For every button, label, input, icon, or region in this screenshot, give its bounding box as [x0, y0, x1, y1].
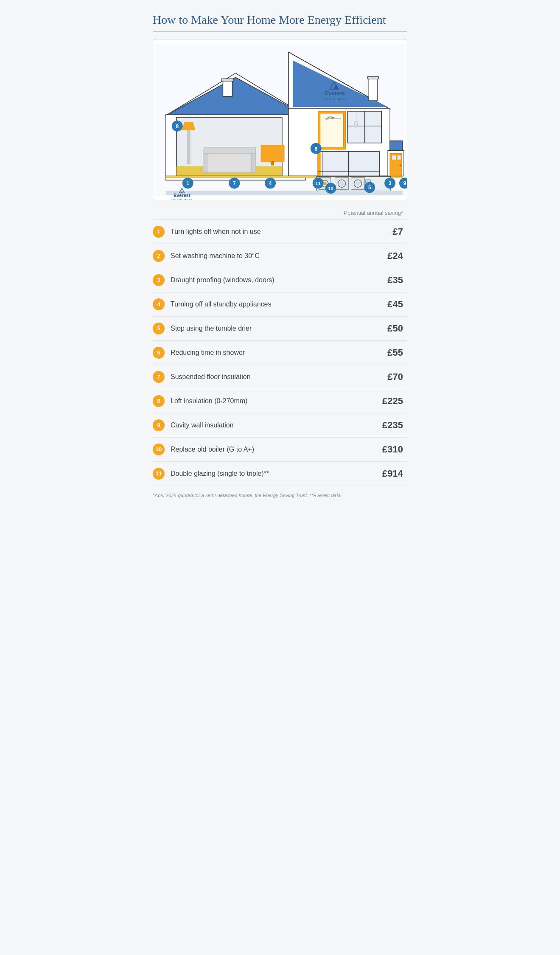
savings-item: 9Cavity wall insulation£235 [153, 413, 407, 438]
svg-text:5: 5 [368, 185, 371, 191]
item-badge: 10 [153, 444, 165, 455]
svg-text:3: 3 [389, 180, 392, 186]
item-text: Stop using the tumble drier [171, 325, 373, 332]
savings-item: 10Replace old boiler (G to A+)£310 [153, 438, 407, 462]
savings-item: 8Loft insulation (0-270mm)£225 [153, 389, 407, 413]
item-text: Suspended floor insulation [171, 373, 373, 381]
svg-rect-16 [221, 79, 233, 81]
svg-text:10: 10 [328, 186, 333, 191]
savings-item: 7Suspended floor insulation£70 [153, 365, 407, 389]
svg-rect-22 [369, 77, 377, 101]
savings-list: 1Turn lights off when not in use£72Set w… [153, 219, 407, 486]
item-badge: 11 [153, 468, 165, 480]
page: How to Make Your Home More Energy Effici… [140, 0, 420, 511]
item-saving: £55 [373, 347, 403, 358]
svg-text:FIT THE BEST: FIT THE BEST [171, 199, 193, 200]
item-text: Replace old boiler (G to A+) [171, 446, 373, 453]
title-divider [153, 31, 407, 32]
house-illustration: Everest FIT THE BEST [153, 39, 407, 200]
item-badge: 1 [153, 226, 165, 238]
savings-item: 11Double glazing (single to triple)**£91… [153, 462, 407, 486]
item-saving: £914 [373, 468, 403, 479]
savings-item: 1Turn lights off when not in use£7 [153, 220, 407, 244]
item-saving: £310 [373, 444, 403, 455]
svg-rect-11 [204, 147, 256, 153]
item-text: Turn lights off when not in use [171, 228, 373, 236]
svg-rect-44 [390, 140, 403, 151]
item-text: Draught proofing (windows, doors) [171, 276, 373, 284]
svg-text:9: 9 [403, 180, 406, 186]
item-badge: 4 [153, 298, 165, 310]
svg-text:4: 4 [269, 180, 272, 186]
item-saving: £50 [373, 323, 403, 334]
svg-text:7: 7 [233, 180, 236, 186]
page-title: How to Make Your Home More Energy Effici… [153, 13, 407, 27]
item-badge: 5 [153, 323, 165, 334]
item-saving: £225 [373, 396, 403, 407]
item-text: Double glazing (single to triple)** [171, 470, 373, 478]
item-text: Loft insulation (0-270mm) [171, 397, 373, 405]
item-text: Reducing time in shower [171, 349, 373, 357]
svg-rect-15 [223, 79, 232, 96]
svg-text:FIT THE BEST: FIT THE BEST [322, 98, 347, 101]
item-badge: 6 [153, 347, 165, 359]
savings-header: Potential annual saving* [153, 210, 407, 216]
item-saving: £45 [373, 299, 403, 310]
item-text: Turning off all standby appliances [171, 301, 373, 308]
savings-item: 2Set washing machine to 30°C£24 [153, 244, 407, 268]
svg-point-47 [400, 164, 402, 166]
svg-text:11: 11 [316, 181, 321, 186]
svg-rect-23 [367, 76, 378, 79]
svg-text:8: 8 [176, 124, 179, 129]
item-text: Cavity wall insulation [171, 421, 373, 429]
svg-text:Everest: Everest [325, 90, 345, 96]
item-saving: £235 [373, 420, 403, 431]
item-badge: 2 [153, 250, 165, 262]
item-saving: £70 [373, 371, 403, 382]
item-badge: 3 [153, 274, 165, 286]
svg-rect-8 [204, 151, 255, 172]
item-saving: £24 [373, 250, 403, 261]
svg-point-59 [356, 181, 360, 185]
svg-rect-13 [271, 161, 274, 165]
item-text: Set washing machine to 30°C [171, 252, 373, 260]
item-badge: 9 [153, 419, 165, 431]
savings-item: 6Reducing time in shower£55 [153, 341, 407, 365]
item-badge: 8 [153, 395, 165, 407]
svg-point-56 [340, 181, 344, 185]
item-saving: £7 [373, 226, 403, 237]
svg-text:Everest: Everest [174, 193, 190, 198]
svg-rect-12 [261, 145, 284, 162]
svg-point-53 [323, 182, 327, 185]
footnote: *April 2024 quoted for a semi-detached h… [153, 493, 407, 498]
savings-item: 4Turning off all standby appliances£45 [153, 292, 407, 317]
svg-rect-49 [397, 155, 401, 160]
item-badge: 7 [153, 371, 165, 383]
svg-rect-48 [392, 155, 396, 160]
item-saving: £35 [373, 275, 403, 286]
savings-item: 3Draught proofing (windows, doors)£35 [153, 268, 407, 292]
svg-text:6: 6 [314, 146, 317, 152]
svg-text:1: 1 [186, 180, 189, 186]
svg-rect-6 [187, 130, 190, 164]
savings-item: 5Stop using the tumble drier£50 [153, 317, 407, 341]
